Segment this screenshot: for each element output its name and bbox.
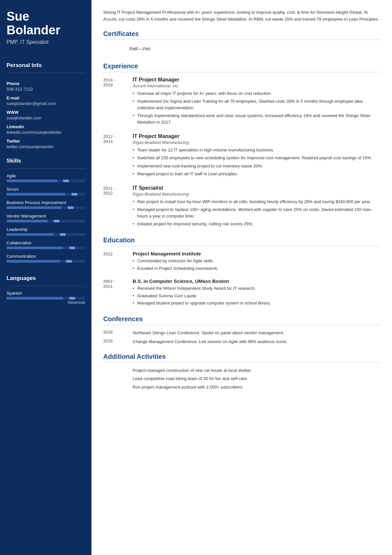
twitter-value: twitter.com/sueqbolander [7, 144, 85, 149]
skills-heading: Skills [7, 158, 85, 164]
linkedin-label: LinkedIn [7, 124, 85, 129]
experience-content: IT Specialist Rigas-Bratland Manufacturi… [133, 185, 380, 229]
skill-bar-background [7, 206, 85, 209]
additional-indent [103, 384, 133, 390]
summary: Strong IT Project Management Professiona… [103, 9, 380, 23]
additional-section: Additional Activities Project-managed co… [103, 353, 380, 390]
experience-company: Accurit International, Inc. [133, 83, 380, 88]
conferences-list: 2018 Northeast Shingo Lean Conference, S… [103, 330, 380, 345]
certificates-divider [103, 40, 380, 40]
experience-heading: Experience [103, 62, 380, 70]
experience-row: 2012 -2014 IT Project Manager Rigas-Brat… [103, 133, 380, 179]
experience-date: 2011 -2012 [103, 185, 133, 229]
language-bar-dot [69, 297, 75, 300]
experience-row: 2014 -2018 IT Project Manager Accurit In… [103, 77, 380, 127]
email-label: E-mail [7, 95, 85, 100]
education-content: B.S. in Computer Science, UMass Boston R… [133, 278, 380, 307]
skill-bar-fill [7, 247, 63, 249]
skill-bar-dot [63, 180, 69, 182]
additional-text: Project-managed construction of new cat … [133, 367, 380, 374]
skill-item: Communication [7, 254, 85, 263]
experience-date: 2014 -2018 [103, 77, 133, 127]
education-content: Project Management Institute Commended b… [133, 251, 380, 272]
additional-indent [103, 375, 133, 382]
skills-list: Agile Scrum Business Process Improvement… [7, 173, 85, 267]
education-bullets: Commended by instructor for Agile skills… [133, 258, 380, 271]
conference-text: Change Management Conference, Led sessio… [133, 338, 380, 345]
experience-bullet: Implemented Six Sigma and Lean Training … [133, 98, 380, 111]
experience-bullet: Team leader for 12 IT specialists in hig… [133, 147, 380, 153]
skill-bar-fill [7, 260, 60, 263]
experience-bullets: Team leader for 12 IT specialists in hig… [133, 147, 380, 177]
skill-label: Agile [7, 173, 85, 178]
education-list: 2012 Project Management Institute Commen… [103, 251, 380, 307]
experience-row: 2011 -2012 IT Specialist Rigas-Bratland … [103, 185, 380, 229]
skill-bar-dot [72, 193, 77, 196]
language-bar-fill [7, 297, 63, 300]
skill-bar-background [7, 260, 85, 263]
education-bullet: Graduated Summa Cum Laude. [133, 293, 380, 299]
skill-bar-background [7, 220, 85, 222]
experience-list: 2014 -2018 IT Project Manager Accurit In… [103, 77, 380, 229]
experience-bullets: Ran project to install hour-by-hour WIP … [133, 199, 380, 228]
additional-row: Project-managed construction of new cat … [103, 367, 380, 374]
languages-list: Spanish Advanced [7, 291, 85, 307]
skills-divider [7, 168, 85, 169]
languages-divider [7, 286, 85, 286]
experience-bullet: Implemented new cost-tracking project to… [133, 163, 380, 169]
name-line1: Sue [7, 9, 29, 23]
experience-bullet: Oversaw all major IT projects for 4+ yea… [133, 90, 380, 97]
skill-bar-dot [66, 260, 72, 263]
additional-row: Run project management podcast with 2,50… [103, 384, 380, 390]
experience-bullet: Initiated project for improved security,… [133, 221, 380, 227]
certificate-row: PMP—PMI [103, 44, 380, 55]
certificates-heading: Certificates [103, 30, 380, 38]
experience-content: IT Project Manager Rigas-Bratland Manufa… [133, 133, 380, 179]
education-bullet: Received the Wilson Independent Study Aw… [133, 285, 380, 292]
linkedin-value: linkedin.com/in/sueqbolander [7, 130, 85, 135]
conferences-divider [103, 325, 380, 325]
experience-bullet: Managed project to train all IT staff in… [133, 171, 380, 177]
experience-company: Rigas-Bratland Manufacturing [133, 140, 380, 145]
skill-item: Vendor Management [7, 214, 85, 222]
experience-bullet: Switched all 235 employees to new schedu… [133, 155, 380, 161]
education-bullet: Excelled in Project Scheduling coursewor… [133, 265, 380, 272]
certificates-section: Certificates PMP—PMI [103, 30, 380, 55]
experience-title: IT Specialist [133, 185, 380, 191]
main-content: Strong IT Project Management Professiona… [91, 0, 392, 555]
experience-bullet: Through implementing standardized work a… [133, 113, 380, 126]
skill-label: Business Process Improvement [7, 200, 85, 205]
experience-content: IT Project Manager Accurit International… [133, 77, 380, 127]
conferences-heading: Conferences [103, 315, 380, 323]
name-line2: Bolander [7, 23, 60, 37]
additional-heading: Additional Activities [103, 353, 380, 360]
experience-date: 2012 -2014 [103, 133, 133, 179]
conference-year: 2016 [103, 338, 133, 345]
language-label: Spanish [7, 291, 85, 296]
experience-divider [103, 72, 380, 72]
skill-bar-dot [68, 206, 74, 209]
additional-indent [103, 367, 133, 374]
candidate-title: PMP, IT Specialist [7, 39, 85, 45]
skill-item: Scrum [7, 187, 85, 196]
email-value: sueqbolander@gmail.com [7, 101, 85, 106]
phone-label: Phone [7, 81, 85, 86]
skill-bar-background [7, 233, 85, 236]
conference-text: Northeast Shingo Lean Conference, Spoke … [133, 330, 380, 336]
language-level: Advanced [7, 300, 85, 305]
www-value: sueqbolander.com [7, 115, 85, 120]
additional-text: Run project management podcast with 2,50… [133, 384, 380, 390]
skill-bar-fill [7, 220, 47, 222]
education-row: 2012 Project Management Institute Commen… [103, 251, 380, 272]
conference-row: 2018 Northeast Shingo Lean Conference, S… [103, 330, 380, 336]
education-date: 2007 -2011 [103, 278, 133, 307]
skill-bar-background [7, 193, 85, 196]
education-row: 2007 -2011 B.S. in Computer Science, UMa… [103, 278, 380, 307]
additional-text: Lead competitive road biking team of 20 … [133, 375, 380, 382]
education-bullet: Commended by instructor for Agile skills… [133, 258, 380, 264]
resume-page: Sue Bolander PMP, IT Specialist Personal… [0, 0, 392, 555]
skill-bar-fill [7, 193, 65, 196]
candidate-name: Sue Bolander [7, 10, 85, 37]
additional-list: Project-managed construction of new cat … [103, 367, 380, 390]
skill-item: Agile [7, 173, 85, 182]
